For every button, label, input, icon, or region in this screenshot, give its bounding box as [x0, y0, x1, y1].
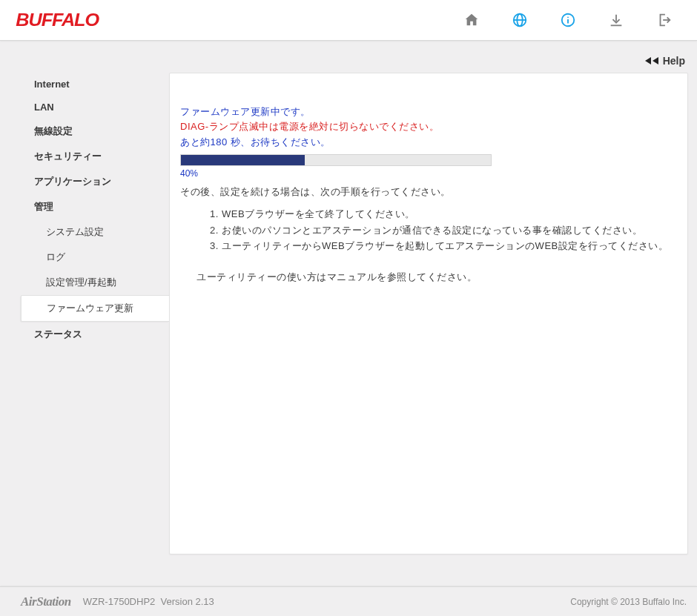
model-name: WZR-1750DHP2: [83, 596, 156, 607]
header-bar: BUFFALO: [0, 0, 697, 41]
sidebar-sub-system[interactable]: システム設定: [21, 219, 169, 245]
main-layout: Internet LAN 無線設定 セキュリティー アプリケーション 管理 シス…: [0, 73, 697, 554]
step-item: ユーティリティーからWEBブラウザーを起動してエアステーションのWEB設定を行っ…: [222, 239, 677, 254]
content-panel: ファームウェア更新中です。 DIAG-ランプ点滅中は電源を絶対に切らないでくださ…: [169, 73, 688, 554]
header-icons: [447, 5, 688, 35]
copyright: Copyright © 2013 Buffalo Inc.: [570, 597, 687, 607]
sidebar-item-status[interactable]: ステータス: [21, 322, 169, 347]
after-instructions: その後、設定を続ける場合は、次の手順を行ってください。: [180, 185, 677, 199]
help-label: Help: [663, 55, 685, 67]
globe-icon[interactable]: [495, 5, 544, 35]
version-value: 2.13: [196, 596, 214, 607]
download-icon[interactable]: [592, 5, 640, 35]
progress-percent: 40%: [180, 167, 677, 181]
svg-point-4: [567, 16, 569, 18]
progress-bar-track: [180, 154, 492, 166]
svg-marker-6: [645, 57, 651, 64]
steps-list: WEBブラウザーを全て終了してください。 お使いのパソコンとエアステーションが通…: [180, 207, 677, 253]
progress-bar-fill: [181, 155, 305, 165]
footer-bar: AirStation WZR-1750DHP2 Version 2.13 Cop…: [0, 586, 697, 616]
info-icon[interactable]: [544, 5, 592, 35]
home-icon[interactable]: [447, 5, 495, 35]
logout-icon[interactable]: [640, 5, 688, 35]
brand-logo: BUFFALO: [16, 10, 99, 30]
help-bar[interactable]: Help: [0, 41, 697, 73]
warning-message: DIAG-ランプ点滅中は電源を絶対に切らないでください。: [180, 119, 677, 134]
svg-marker-7: [653, 57, 658, 64]
updating-message: ファームウェア更新中です。: [180, 105, 677, 119]
sidebar: Internet LAN 無線設定 セキュリティー アプリケーション 管理 シス…: [21, 73, 169, 554]
wait-suffix: 秒、お待ちください。: [228, 136, 331, 148]
progress-wrap: 40%: [180, 154, 677, 181]
version-label: Version: [161, 596, 193, 607]
sidebar-item-application[interactable]: アプリケーション: [21, 169, 169, 194]
airstation-logo: AirStation: [21, 595, 71, 609]
sidebar-item-internet[interactable]: Internet: [21, 73, 169, 96]
step-item: お使いのパソコンとエアステーションが通信できる設定になっている事を確認してくださ…: [222, 223, 677, 238]
step-item: WEBブラウザーを全て終了してください。: [222, 207, 677, 222]
sidebar-item-admin[interactable]: 管理: [21, 194, 169, 219]
utility-note: ユーティリティーの使い方はマニュアルを参照してください。: [180, 270, 677, 285]
sidebar-sub-log[interactable]: ログ: [21, 245, 169, 270]
wait-seconds: 180: [211, 136, 228, 148]
sidebar-item-lan[interactable]: LAN: [21, 96, 169, 119]
sidebar-item-wireless[interactable]: 無線設定: [21, 119, 169, 144]
wait-message: あと約180 秒、お待ちください。: [180, 135, 677, 150]
help-arrow-icon: [645, 55, 660, 67]
sidebar-sub-savereboot[interactable]: 設定管理/再起動: [21, 270, 169, 295]
sidebar-sub-firmware[interactable]: ファームウェア更新: [21, 295, 169, 322]
sidebar-item-security[interactable]: セキュリティー: [21, 144, 169, 169]
wait-prefix: あと約: [180, 136, 211, 148]
